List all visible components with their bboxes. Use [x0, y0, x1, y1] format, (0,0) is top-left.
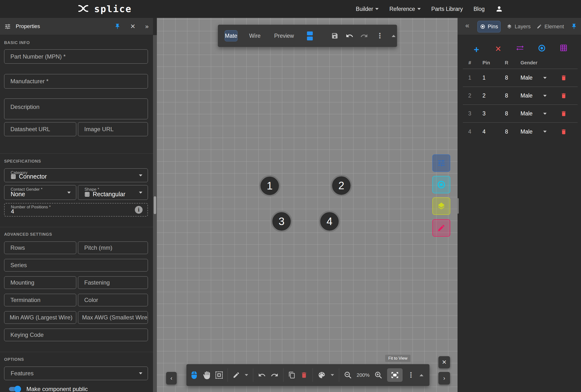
more-options-button[interactable]: ⋮ [376, 32, 384, 39]
pins-tool-button[interactable] [432, 176, 450, 193]
table-row[interactable]: 4 4 8 Male [463, 123, 578, 141]
features-select[interactable]: Features [4, 367, 148, 380]
swap-pins-button[interactable] [516, 43, 524, 53]
marquee-select-button[interactable] [216, 372, 223, 379]
canvas-pin-1[interactable]: 1 [259, 175, 280, 196]
delete-pin-button[interactable] [560, 110, 567, 117]
design-canvas[interactable]: 1 2 3 4 [157, 18, 458, 392]
pin-panel-button[interactable] [571, 23, 577, 30]
nav-reference[interactable]: Reference [389, 6, 420, 12]
public-toggle-row: Make component public [9, 386, 88, 392]
table-row[interactable]: 3 3 8 Male [463, 105, 578, 123]
draw-tool-caret[interactable] [245, 374, 248, 376]
make-public-toggle[interactable] [9, 387, 20, 391]
panel-expand-right-button[interactable]: › [438, 372, 450, 385]
edit-tool-button[interactable] [432, 219, 450, 237]
delete-pins-button[interactable]: ✕ [495, 45, 502, 53]
manufacturer-input[interactable] [4, 74, 148, 88]
canvas-scrollbar-thumb[interactable] [457, 198, 459, 214]
min-awg-input[interactable] [4, 311, 76, 324]
mounting-input[interactable] [4, 276, 76, 289]
fit-to-view-button[interactable] [387, 368, 402, 382]
series-input[interactable] [4, 259, 148, 272]
keying-code-input[interactable] [4, 329, 148, 341]
shape-select[interactable]: Shape * Rectangular [78, 185, 148, 200]
nav-parts-library[interactable]: Parts Library [432, 6, 463, 12]
target-icon [436, 180, 446, 189]
expand-panel-button[interactable]: « [465, 21, 470, 29]
save-button[interactable] [331, 32, 338, 39]
nav-builder[interactable]: Builder [356, 6, 379, 12]
close-button[interactable]: ✕ [438, 356, 450, 368]
rows-input[interactable] [4, 242, 76, 254]
table-row[interactable]: 1 1 8 Male [463, 69, 578, 87]
nav-blog[interactable]: Blog [474, 6, 485, 12]
palette-caret[interactable] [331, 374, 334, 376]
palette-button[interactable] [318, 371, 326, 379]
canvas-pin-3[interactable]: 3 [271, 211, 292, 232]
delete-button[interactable] [300, 372, 308, 379]
zoom-in-icon [374, 371, 382, 379]
collapse-toolbar-button[interactable] [392, 35, 396, 37]
account-button[interactable] [495, 5, 503, 13]
mode-toolbar: Mate Wire Preview ⋮ [218, 25, 397, 47]
tab-preview[interactable]: Preview [274, 33, 294, 39]
category-select[interactable]: Category Connector [4, 168, 148, 182]
mate-stack-icon[interactable] [307, 31, 313, 40]
fastening-input[interactable] [78, 276, 148, 289]
contact-gender-select[interactable]: Contact Gender * None [4, 185, 76, 200]
panel-collapse-left-button[interactable]: ‹ [166, 372, 177, 385]
undo-button[interactable] [346, 32, 354, 40]
part-number-input[interactable] [4, 49, 148, 64]
termination-input[interactable] [4, 294, 76, 306]
close-panel-button[interactable]: ✕ [130, 23, 136, 29]
draw-tool-button[interactable] [233, 372, 240, 379]
divider [0, 153, 153, 154]
tab-element[interactable]: Element [537, 18, 564, 35]
color-input[interactable] [78, 294, 148, 306]
pin-panel-button[interactable] [114, 23, 120, 29]
nav-menu: Builder Reference Parts Library Blog [356, 0, 503, 18]
delete-pin-button[interactable] [560, 74, 567, 81]
max-awg-input[interactable] [78, 311, 148, 324]
redo-button[interactable] [360, 32, 368, 40]
copy-button[interactable] [288, 372, 296, 379]
add-pin-button[interactable]: + [474, 45, 479, 54]
description-input[interactable] [4, 98, 148, 119]
grid-view-button[interactable] [560, 44, 568, 53]
delete-pin-button[interactable] [560, 92, 567, 99]
zoom-in-button[interactable] [374, 371, 382, 379]
tab-pins[interactable]: Pins [478, 21, 501, 32]
info-icon[interactable]: i [135, 206, 142, 214]
pan-tool-button[interactable] [202, 371, 210, 379]
pitch-input[interactable] [78, 242, 148, 254]
positions-field[interactable]: Number of Positions * 4 i [4, 203, 148, 217]
collapse-toolbar-button[interactable] [420, 374, 424, 376]
table-row[interactable]: 2 2 8 Male [463, 87, 578, 105]
gender-select[interactable]: Male [518, 74, 550, 81]
scrollbar-thumb[interactable] [154, 196, 156, 214]
pin-mode-button[interactable] [538, 44, 546, 53]
panel-scrollbar[interactable] [153, 35, 157, 392]
splice-logo[interactable]: splice [76, 0, 132, 18]
datasheet-url-input[interactable] [4, 122, 76, 136]
canvas-pin-2[interactable]: 2 [331, 175, 352, 196]
undo-button[interactable] [258, 371, 266, 379]
redo-button[interactable] [271, 371, 278, 379]
tab-mate[interactable]: Mate [225, 30, 238, 41]
properties-tool-button[interactable] [432, 154, 450, 172]
canvas-pin-4[interactable]: 4 [319, 211, 340, 232]
delete-pin-button[interactable] [560, 128, 567, 135]
layers-tool-button[interactable] [432, 197, 450, 215]
zoom-level[interactable]: 200% [356, 372, 370, 378]
zoom-out-button[interactable] [344, 371, 352, 379]
gender-select[interactable]: Male [518, 92, 550, 99]
more-options-button[interactable]: ⋮ [408, 372, 415, 379]
tab-layers[interactable]: Layers [507, 18, 531, 35]
gender-select[interactable]: Male [518, 128, 550, 135]
image-url-input[interactable] [78, 122, 148, 136]
collapse-panel-button[interactable]: » [145, 23, 149, 29]
gender-select[interactable]: Male [518, 110, 550, 117]
tab-wire[interactable]: Wire [249, 33, 260, 39]
mouse-tool-button[interactable] [191, 371, 198, 380]
